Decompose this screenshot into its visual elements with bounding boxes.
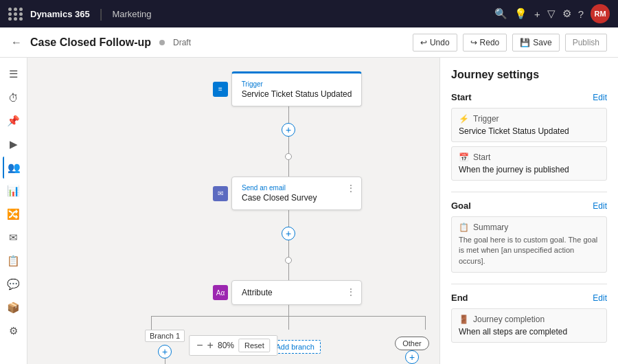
- canvas-inner: ≡ Trigger Service Ticket Status Updated …: [27, 58, 439, 364]
- start-edit-link[interactable]: Edit: [593, 93, 607, 102]
- save-icon: 💾: [520, 38, 530, 47]
- other-plus[interactable]: +: [405, 350, 419, 364]
- start-card-icon: 📅: [459, 152, 469, 162]
- trigger-node[interactable]: Trigger Service Ticket Status Updated: [231, 71, 363, 106]
- email1-more-icon[interactable]: ⋮: [346, 183, 356, 194]
- email1-node[interactable]: Send an email Case Closed Survey ⋮: [231, 177, 362, 210]
- user-avatar[interactable]: RM: [591, 4, 610, 23]
- sidebar-settings-icon[interactable]: ⚙: [3, 320, 25, 342]
- save-button[interactable]: 💾 Save: [512, 34, 559, 52]
- goal-title: Goal: [451, 201, 471, 211]
- lightbulb-icon[interactable]: 💡: [514, 8, 527, 20]
- journey-flow: ≡ Trigger Service Ticket Status Updated …: [96, 71, 439, 364]
- main-layout: ☰ ⏱ 📌 ▶ 👥 📊 🔀 ✉ 📋 💬 📦 ⚙ ≡ Trigger Servic…: [0, 58, 618, 364]
- sidebar-menu-icon[interactable]: ☰: [3, 63, 25, 85]
- divider-2: [451, 284, 607, 284]
- sidebar-list-icon[interactable]: 📋: [3, 250, 25, 272]
- end-edit-link[interactable]: Edit: [593, 293, 607, 303]
- email1-sub: Send an email: [242, 184, 352, 192]
- attribute-more-icon[interactable]: ⋮: [346, 286, 356, 297]
- start-card: 📅 Start When the journey is published: [451, 146, 607, 181]
- goal-card-label: Summary: [473, 223, 508, 232]
- start-section: Start Edit ⚡ Trigger Service Ticket Stat…: [451, 92, 607, 181]
- goal-edit-link[interactable]: Edit: [593, 201, 607, 211]
- end-section: End Edit 🚪 Journey completion When all s…: [451, 293, 607, 343]
- goal-card-row: 📋 Summary: [459, 223, 599, 232]
- help-icon[interactable]: ?: [578, 8, 584, 20]
- zoom-out-button[interactable]: −: [196, 339, 203, 352]
- filter-icon[interactable]: ▽: [547, 8, 556, 20]
- branch-top-connector: [288, 305, 289, 316]
- plus-btn-2[interactable]: +: [282, 227, 295, 240]
- app-grid-icon[interactable]: [8, 8, 23, 21]
- sidebar-play-icon[interactable]: ▶: [3, 133, 25, 155]
- branch1-label[interactable]: Branch 1: [145, 330, 185, 342]
- status-dot: [159, 40, 165, 45]
- trigger-card-row: ⚡ Trigger: [459, 114, 599, 124]
- start-card-label: Start: [473, 152, 490, 162]
- undo-icon: ↩: [420, 38, 427, 47]
- panel-title: Journey settings: [451, 69, 607, 81]
- settings-icon[interactable]: ⚙: [562, 8, 571, 20]
- end-card: 🚪 Journey completion When all steps are …: [451, 308, 607, 343]
- sidebar-chart-icon[interactable]: 📊: [3, 180, 25, 202]
- zoom-in-button[interactable]: +: [207, 339, 214, 352]
- branch1-connector: [165, 359, 165, 364]
- trigger-card: ⚡ Trigger Service Ticket Status Updated: [451, 108, 607, 142]
- branch1-plus[interactable]: +: [158, 345, 172, 359]
- goal-card: 📋 Summary The goal here is to custom goa…: [451, 216, 607, 273]
- nav-icons: 🔍 💡 + ▽ ⚙ ? RM: [494, 4, 610, 23]
- end-card-label: Journey completion: [473, 315, 545, 324]
- trigger-card-value: Service Ticket Status Updated: [459, 126, 599, 136]
- sidebar-chat-icon[interactable]: 💬: [3, 273, 25, 295]
- sidebar-box-icon[interactable]: 📦: [3, 297, 25, 319]
- module-name: Marketing: [112, 9, 151, 19]
- start-card-row: 📅 Start: [459, 152, 599, 162]
- plus-btn-1[interactable]: +: [282, 123, 295, 137]
- sidebar-people-icon[interactable]: 👥: [3, 157, 25, 179]
- goal-card-icon: 📋: [459, 223, 469, 232]
- zoom-value: 80%: [218, 341, 234, 350]
- attribute-title: Attribute: [242, 288, 352, 297]
- undo-button[interactable]: ↩ Undo: [413, 34, 457, 52]
- goal-card-value: The goal here is to custom goal. The goa…: [459, 235, 599, 266]
- divider-1: [451, 192, 607, 192]
- circle-2: [285, 257, 292, 264]
- end-card-icon: 🚪: [459, 315, 469, 324]
- left-sidebar: ☰ ⏱ 📌 ▶ 👥 📊 🔀 ✉ 📋 💬 📦 ⚙: [0, 58, 27, 364]
- trigger-icon: ≡: [213, 82, 228, 97]
- email1-title: Case Closed Survey: [242, 193, 352, 203]
- sidebar-email-icon[interactable]: ✉: [3, 227, 25, 249]
- goal-header: Goal Edit: [451, 201, 607, 211]
- connector-3: [288, 160, 289, 177]
- sidebar-flow-icon[interactable]: 🔀: [3, 203, 25, 225]
- app-name: Dynamics 365: [30, 9, 90, 19]
- other-branch-label[interactable]: Other: [395, 337, 429, 350]
- redo-button[interactable]: ↪ Redo: [463, 34, 507, 52]
- zoom-bar: − + 80% Reset: [189, 335, 277, 356]
- publish-button[interactable]: Publish: [565, 34, 607, 52]
- attribute-node[interactable]: Attribute ⋮: [231, 280, 362, 305]
- trigger-label: Trigger: [242, 80, 352, 88]
- canvas-area[interactable]: ≡ Trigger Service Ticket Status Updated …: [27, 58, 439, 364]
- circle-1: [285, 153, 292, 160]
- redo-icon: ↪: [470, 38, 477, 47]
- trigger-card-label: Trigger: [473, 114, 499, 124]
- goal-section: Goal Edit 📋 Summary The goal here is to …: [451, 201, 607, 273]
- end-card-row: 🚪 Journey completion: [459, 315, 599, 324]
- top-nav: Dynamics 365 | Marketing 🔍 💡 + ▽ ⚙ ? RM: [0, 0, 618, 27]
- trigger-title: Service Ticket Status Updated: [242, 89, 352, 99]
- second-bar: ← Case Closed Follow-up Draft ↩ Undo ↪ R…: [0, 27, 618, 58]
- other-branch-col: Other + ✉ Send an email: [350, 330, 439, 364]
- sidebar-recent-icon[interactable]: ⏱: [3, 87, 25, 109]
- connector-6: [288, 264, 289, 280]
- connector-5: [288, 240, 289, 257]
- attribute-icon: Aα: [213, 285, 228, 300]
- back-button[interactable]: ←: [11, 36, 22, 49]
- start-header: Start Edit: [451, 92, 607, 102]
- zoom-reset-button[interactable]: Reset: [238, 339, 271, 352]
- sidebar-pin-icon[interactable]: 📌: [3, 110, 25, 132]
- connector-4: [288, 210, 289, 227]
- add-icon[interactable]: +: [534, 8, 540, 20]
- search-icon[interactable]: 🔍: [494, 8, 507, 20]
